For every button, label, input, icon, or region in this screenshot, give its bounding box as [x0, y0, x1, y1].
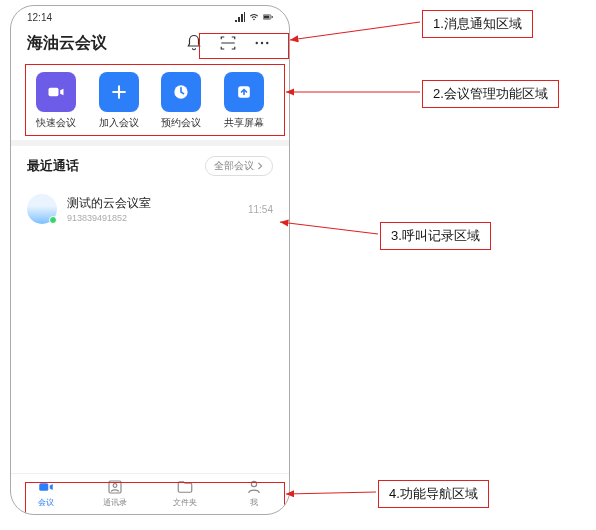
nav-label: 我 [250, 497, 258, 508]
scan-icon[interactable] [217, 32, 239, 54]
svg-line-13 [290, 22, 420, 40]
svg-rect-2 [272, 16, 273, 17]
call-sub: 913839491852 [67, 213, 151, 223]
nav-folder[interactable]: 文件夹 [150, 478, 220, 508]
nav-meeting[interactable]: 会议 [11, 478, 81, 508]
svg-line-15 [280, 222, 378, 234]
call-time: 11:54 [248, 204, 273, 215]
clock-icon [161, 72, 201, 112]
status-time: 12:14 [27, 12, 52, 23]
more-icon[interactable] [251, 32, 273, 54]
person-icon [244, 478, 264, 496]
nav-label: 通讯录 [103, 497, 127, 508]
action-label: 快速会议 [36, 116, 76, 130]
svg-point-12 [252, 481, 257, 486]
svg-point-4 [261, 42, 263, 44]
call-record-item[interactable]: 测试的云会议室 913839491852 11:54 [11, 186, 289, 232]
battery-icon [263, 12, 273, 22]
callout-3: 3.呼叫记录区域 [380, 222, 491, 250]
video-icon [36, 478, 56, 496]
status-right [235, 12, 273, 22]
app-title: 海油云会议 [27, 33, 107, 54]
title-bar: 海油云会议 [11, 28, 289, 62]
video-icon [36, 72, 76, 112]
callout-1: 1.消息通知区域 [422, 10, 533, 38]
call-title: 测试的云会议室 [67, 195, 151, 212]
svg-rect-1 [264, 16, 270, 19]
svg-point-5 [266, 42, 268, 44]
nav-me[interactable]: 我 [220, 478, 290, 508]
chevron-right-icon [256, 162, 264, 170]
plus-icon [99, 72, 139, 112]
schedule-meeting-button[interactable]: 预约会议 [154, 72, 208, 130]
action-label: 预约会议 [161, 116, 201, 130]
callout-2: 2.会议管理功能区域 [422, 80, 559, 108]
folder-icon [175, 478, 195, 496]
bottom-nav: 会议 通讯录 文件夹 我 [11, 473, 289, 514]
share-screen-button[interactable]: 共享屏幕 [217, 72, 271, 130]
nav-label: 会议 [38, 497, 54, 508]
recent-header: 最近通话 全部会议 [11, 146, 289, 186]
header-right-icons [183, 32, 273, 54]
join-meeting-button[interactable]: 加入会议 [92, 72, 146, 130]
callout-4: 4.功能导航区域 [378, 480, 489, 508]
bell-icon[interactable] [183, 32, 205, 54]
svg-rect-6 [49, 88, 59, 96]
share-icon [224, 72, 264, 112]
filter-label: 全部会议 [214, 159, 254, 173]
signal-icon [235, 12, 245, 22]
status-bar: 12:14 [11, 6, 289, 28]
svg-rect-9 [39, 483, 48, 491]
filter-pill[interactable]: 全部会议 [205, 156, 273, 176]
nav-label: 文件夹 [173, 497, 197, 508]
wifi-icon [249, 12, 259, 22]
quick-meeting-button[interactable]: 快速会议 [29, 72, 83, 130]
nav-contacts[interactable]: 通讯录 [81, 478, 151, 508]
call-text: 测试的云会议室 913839491852 [67, 195, 151, 223]
contacts-icon [105, 478, 125, 496]
avatar [27, 194, 57, 224]
svg-point-11 [113, 484, 117, 488]
actions-row: 快速会议 加入会议 预约会议 共享屏幕 [11, 62, 289, 134]
svg-point-3 [256, 42, 258, 44]
action-label: 加入会议 [99, 116, 139, 130]
action-label: 共享屏幕 [224, 116, 264, 130]
phone-frame: 12:14 海油云会议 快速会议 [10, 5, 290, 515]
svg-line-16 [286, 492, 376, 494]
recent-title: 最近通话 [27, 157, 79, 175]
